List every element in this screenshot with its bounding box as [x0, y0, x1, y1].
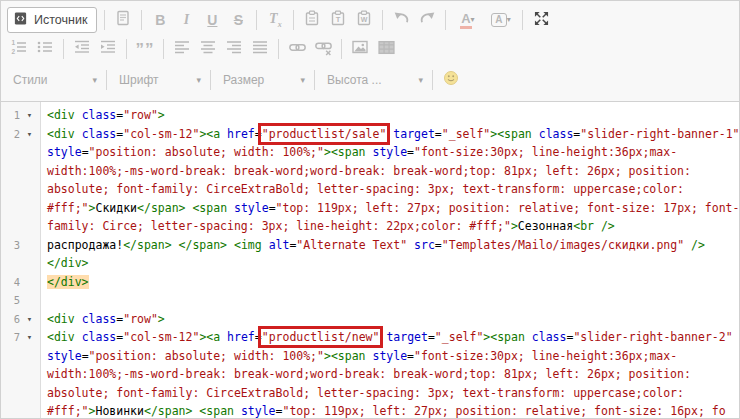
- code-line[interactable]: #fff;">Скидки</span> <span style="top: 1…: [47, 199, 739, 218]
- line-height-combo[interactable]: Высота ... ▾: [320, 68, 427, 92]
- line-number: 2: [1, 128, 20, 140]
- line-number: 4: [1, 276, 20, 288]
- link-button[interactable]: [285, 37, 309, 61]
- chevron-down-icon: ▾: [471, 16, 475, 24]
- font-combo[interactable]: Шрифт ▾: [112, 68, 205, 92]
- strikethrough-icon: S: [234, 13, 243, 27]
- redo-button[interactable]: [415, 8, 439, 32]
- styles-combo[interactable]: Стили ▾: [6, 68, 101, 92]
- undo-button[interactable]: [389, 8, 413, 32]
- align-right-button[interactable]: [222, 37, 246, 61]
- font-combo-label: Шрифт: [119, 73, 158, 87]
- bg-color-button[interactable]: A ▾: [485, 8, 516, 32]
- remove-format-icon: Tx: [269, 12, 282, 29]
- size-combo[interactable]: Размер ▾: [216, 68, 309, 92]
- code-line[interactable]: <div class="row">: [47, 106, 739, 125]
- toolbar: Источник B I U S Tx T W: [1, 1, 739, 102]
- smiley-button[interactable]: [439, 68, 463, 92]
- redo-icon: [419, 10, 436, 31]
- toolbar-separator: [293, 10, 294, 30]
- fold-arrow-icon[interactable]: ▾: [20, 129, 39, 139]
- svg-text:1: 1: [12, 39, 16, 46]
- text-color-icon: A: [461, 12, 470, 29]
- fold-arrow-icon[interactable]: ▾: [20, 314, 39, 324]
- remove-format-button[interactable]: Tx: [263, 8, 287, 32]
- source-button[interactable]: Источник: [7, 7, 97, 33]
- code-line[interactable]: family: Circe; letter-spacing: 3px; line…: [47, 217, 739, 236]
- fold-arrow-icon[interactable]: ▾: [20, 332, 39, 342]
- link-icon: [289, 39, 306, 60]
- code-line[interactable]: absolute; font-family: CirceExtraBold; l…: [47, 180, 739, 199]
- toolbar-separator: [210, 70, 211, 90]
- size-combo-label: Размер: [223, 73, 264, 87]
- code-line[interactable]: <div class="col-sm-12"><a href="productl…: [47, 328, 739, 347]
- align-center-icon: [200, 39, 216, 59]
- image-icon: [352, 39, 368, 59]
- paste-button[interactable]: [300, 8, 324, 32]
- code-line[interactable]: absolute; font-family: CirceExtraBold; l…: [47, 384, 739, 403]
- toolbar-separator: [445, 10, 446, 30]
- styles-combo-label: Стили: [13, 73, 48, 87]
- toolbar-separator: [314, 70, 315, 90]
- paste-word-button[interactable]: W: [352, 8, 376, 32]
- source-icon: [13, 11, 28, 29]
- justify-icon: [252, 39, 268, 59]
- table-icon: [378, 39, 395, 60]
- toolbar-separator: [256, 10, 257, 30]
- bold-button[interactable]: B: [148, 8, 172, 32]
- image-button[interactable]: [348, 37, 372, 61]
- italic-button[interactable]: I: [174, 8, 198, 32]
- text-color-button[interactable]: A ▾: [452, 8, 483, 32]
- templates-button[interactable]: [111, 8, 135, 32]
- toolbar-separator: [126, 39, 127, 59]
- code-line[interactable]: <div class="row">: [47, 310, 739, 329]
- code-line[interactable]: width:100%;-ms-word-break: break-word;wo…: [47, 162, 739, 181]
- numbered-list-button[interactable]: 12: [7, 37, 31, 61]
- code-line[interactable]: #fff;">Новинки</span> <span style="top: …: [47, 402, 739, 418]
- unlink-icon: [315, 39, 332, 60]
- align-right-icon: [226, 39, 242, 59]
- unlink-button[interactable]: [311, 37, 335, 61]
- templates-icon: [115, 10, 131, 30]
- code-line[interactable]: </div>: [47, 273, 739, 292]
- code-line[interactable]: style="position: absolute; width: 100%;"…: [47, 347, 739, 366]
- align-left-button[interactable]: [170, 37, 194, 61]
- undo-icon: [393, 10, 410, 31]
- svg-text:2: 2: [12, 48, 16, 55]
- ckeditor-window: Источник B I U S Tx T W: [0, 0, 740, 419]
- line-number: 1: [1, 109, 20, 121]
- paste-text-button[interactable]: T: [326, 8, 350, 32]
- table-button[interactable]: [374, 37, 398, 61]
- svg-text:W: W: [361, 16, 368, 23]
- code-line[interactable]: <div class="col-sm-12"><a href="productl…: [47, 125, 739, 144]
- svg-text:T: T: [336, 15, 341, 24]
- chevron-down-icon: ▾: [300, 76, 305, 85]
- code-line[interactable]: распродажа!</span> </span> <img alt="Alt…: [47, 236, 739, 255]
- code-line[interactable]: width:100%;-ms-word-break: break-word;wo…: [47, 365, 739, 384]
- bulleted-list-button[interactable]: [33, 37, 57, 61]
- numbered-list-icon: 12: [11, 39, 27, 59]
- maximize-button[interactable]: [529, 8, 553, 32]
- strikethrough-button[interactable]: S: [226, 8, 250, 32]
- line-number: 3: [1, 239, 20, 251]
- paste-icon: [304, 10, 320, 30]
- code-rows[interactable]: <div class="row"><div class="col-sm-12">…: [41, 102, 739, 418]
- align-center-button[interactable]: [196, 37, 220, 61]
- indent-button[interactable]: [96, 37, 120, 61]
- code-line[interactable]: </div>: [47, 254, 739, 273]
- toolbar-separator: [278, 39, 279, 59]
- underline-button[interactable]: U: [200, 8, 224, 32]
- blockquote-icon: ””: [136, 41, 155, 58]
- code-line[interactable]: [47, 291, 739, 310]
- fold-arrow-icon[interactable]: ▾: [20, 110, 39, 120]
- gutter: 1▾2▾3456▾7▾: [1, 102, 41, 418]
- line-number: 7: [1, 331, 20, 343]
- line-height-combo-label: Высота ...: [327, 73, 382, 87]
- justify-button[interactable]: [248, 37, 272, 61]
- outdent-button[interactable]: [70, 37, 94, 61]
- chevron-down-icon: ▾: [418, 76, 423, 85]
- source-editor[interactable]: 1▾2▾3456▾7▾ <div class="row"><div class=…: [1, 102, 739, 418]
- code-line[interactable]: style="position: absolute; width: 100%;"…: [47, 143, 739, 162]
- blockquote-button[interactable]: ””: [133, 37, 157, 61]
- annotation-box: "productlist/sale": [262, 127, 387, 141]
